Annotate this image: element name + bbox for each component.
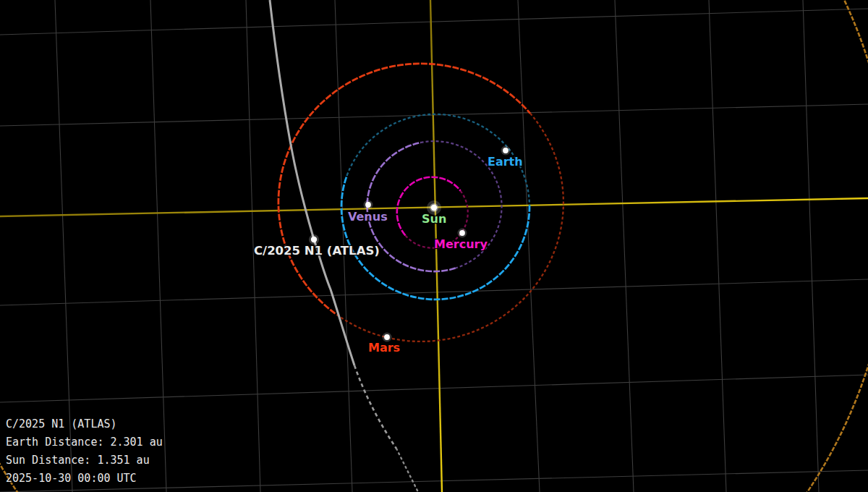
info-panel: C/2025 N1 (ATLAS) Earth Distance: 2.301 … — [6, 415, 163, 488]
mars-orbit-below-plane — [335, 114, 563, 342]
mars-label: Mars — [368, 342, 400, 354]
mercury-marker — [458, 229, 467, 238]
earth-label: Earth — [488, 156, 523, 168]
comet-trajectory-faint — [354, 365, 396, 449]
mars-orbit-above-plane — [278, 64, 530, 313]
grid-line — [803, 0, 819, 492]
grid-line — [0, 375, 868, 402]
earth-marker — [501, 146, 511, 156]
comet-trajectory-dotted — [396, 449, 418, 492]
orbit-viewer-canvas[interactable]: Sun Mercury Venus Earth Mars C/2025 N1 (… — [0, 0, 868, 492]
info-datetime: 2025-10-30 00:00 UTC — [6, 470, 163, 488]
grid-line — [615, 0, 634, 492]
grid-line — [0, 9, 868, 35]
venus-label: Venus — [348, 211, 388, 223]
mercury-label: Mercury — [434, 238, 488, 250]
comet-marker — [309, 234, 319, 245]
sun-label: Sun — [422, 213, 446, 225]
info-object-name: C/2025 N1 (ATLAS) — [6, 415, 163, 433]
info-earth-distance: Earth Distance: 2.301 au — [6, 433, 163, 451]
grid-line — [709, 0, 726, 492]
comet-label: C/2025 N1 (ATLAS) — [254, 245, 380, 257]
info-sun-distance: Sun Distance: 1.351 au — [6, 451, 163, 470]
grid-line — [0, 279, 868, 305]
venus-marker — [364, 200, 373, 210]
